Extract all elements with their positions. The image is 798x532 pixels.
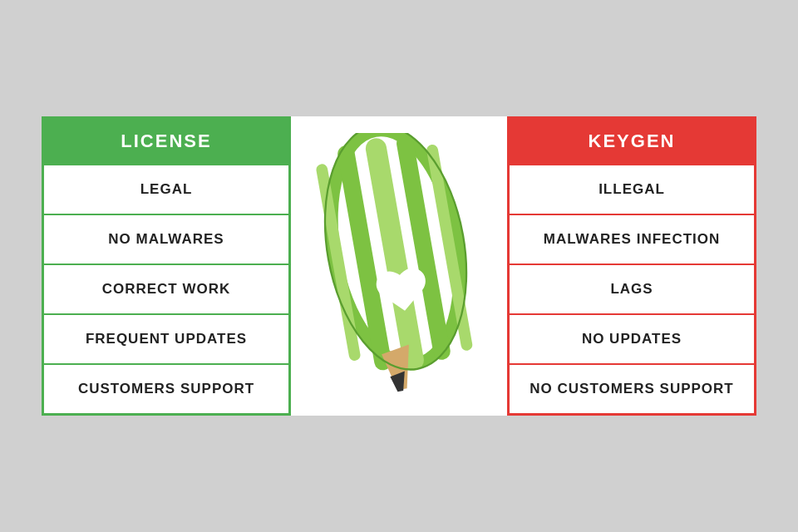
keygen-row: NO UPDATES (510, 313, 754, 363)
keygen-row: MALWARES INFECTION (510, 214, 754, 264)
license-table: LICENSE LEGALNO MALWARESCORRECT WORKFREQ… (42, 116, 291, 416)
main-container: LICENSE LEGALNO MALWARESCORRECT WORKFREQ… (42, 116, 756, 416)
license-row: CUSTOMERS SUPPORT (44, 363, 288, 413)
keygen-header: KEYGEN (510, 119, 754, 164)
keygen-row: LAGS (510, 264, 754, 313)
license-row: CORRECT WORK (44, 264, 288, 313)
license-row: NO MALWARES (44, 214, 288, 264)
keygen-row: ILLEGAL (510, 164, 754, 214)
center-image (291, 116, 507, 416)
license-header: LICENSE (44, 119, 288, 164)
license-row: LEGAL (44, 164, 288, 214)
keygen-row: NO CUSTOMERS SUPPORT (510, 363, 754, 413)
pencil-icon (299, 133, 499, 399)
license-row: FREQUENT UPDATES (44, 313, 288, 363)
keygen-table: KEYGEN ILLEGALMALWARES INFECTIONLAGSNO U… (507, 116, 756, 416)
